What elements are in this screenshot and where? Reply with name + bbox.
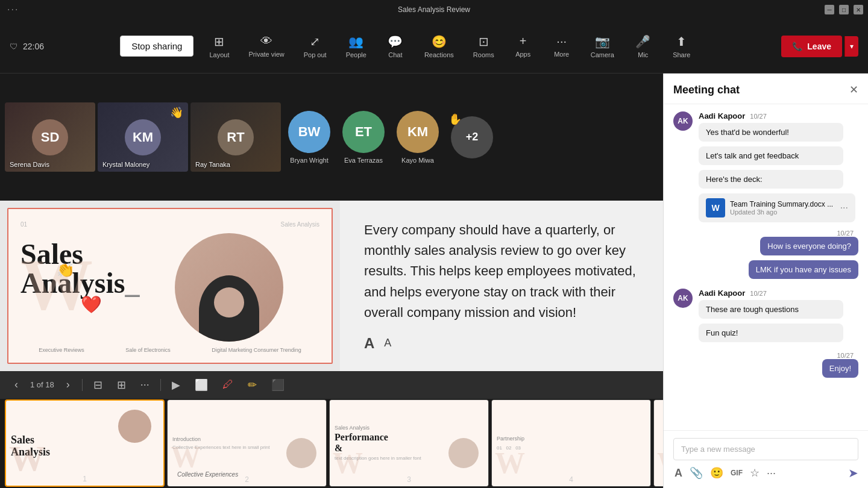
participant-circle-more[interactable]: ✋ +2 [446,111,498,163]
stop-sharing-button[interactable]: Stop sharing [120,36,193,57]
chat-input[interactable]: Type a new message [673,438,858,460]
prev-slide-button[interactable]: ‹ [10,376,23,393]
pen-tool-button[interactable]: 🖊 [219,376,237,393]
toolbar: 🛡 22:06 Stop sharing ⊞ Layout 👁 Private … [0,19,868,74]
slide-nav-bar: ‹ 1 of 18 › ⊟ ⊞ ··· ▶ ⬜ 🖊 ✏ ⬛ [0,371,663,399]
nav-more-button[interactable]: ··· [137,376,153,393]
chat-icon: 💬 [388,34,403,49]
next-slide-button[interactable]: › [61,376,75,393]
more-participants-badge[interactable]: ✋ +2 [451,116,493,158]
title-bar: ··· Sales Analysis Review ─ □ ✕ [0,0,868,19]
file-name: Team Training Summary.docx ... [730,200,835,208]
bold-format-button[interactable]: A [673,466,684,481]
text-larger-button[interactable]: A [364,335,374,352]
more-button[interactable]: ··· More [544,31,580,61]
apps-icon: + [520,34,527,48]
participant-circle-eva: ET Eva Terrazas [338,106,389,169]
mic-button[interactable]: 🎤 Mic [625,31,661,62]
chat-button[interactable]: 💬 Chat [377,31,414,62]
camera-label: Camera [591,51,614,58]
pointer-tool-button[interactable]: ▶ [168,376,184,394]
emoji-button[interactable]: 🙂 [709,465,725,481]
more-label: More [554,51,569,58]
slide-text-panel: Every company should have a quarterly, o… [340,201,663,371]
minimize-button[interactable]: ─ [825,5,834,14]
aadi-bubbles-2: These are tough questions Fun quiz! [699,300,858,345]
highlighter-tool-button[interactable]: ✏ [244,376,260,394]
slide-person [175,233,283,342]
participant-name-krystal: Krystal Maloney [102,161,149,168]
private-view-button[interactable]: 👁 Private view [240,31,292,61]
file-info: Team Training Summary.docx ... Updated 3… [730,200,835,216]
aadi-name-1: Aadi Kapoor [699,111,745,120]
camera-icon: 📷 [595,34,610,49]
apps-button[interactable]: + Apps [505,31,541,61]
left-section: SD Serena Davis KM 👋 Krystal Maloney RT … [0,74,663,488]
thumbnail-5[interactable]: Fabrikam -VanArsdel W 5 [653,399,663,487]
chat-title: Meeting chat [673,84,740,96]
chat-message-aadi-2: AK Aadi Kapoor 10/27 These are tough que… [673,289,858,345]
my-bubble-1: How is everyone doing? [760,237,858,255]
eraser2-tool-button[interactable]: ⬛ [268,376,288,394]
my-bubble-2: LMK if you have any issues [749,260,858,279]
leave-dropdown-button[interactable]: ▾ [844,36,858,57]
name-kayo: Kayo Miwa [401,157,434,164]
meeting-time: 22:06 [23,42,44,51]
participant-name-ray: Ray Tanaka [195,161,230,168]
chat-label: Chat [388,51,402,58]
file-attachment[interactable]: W Team Training Summary.docx ... Updated… [699,193,855,222]
close-button[interactable]: ✕ [854,5,863,14]
sticker-button[interactable]: ☆ [749,465,761,481]
mic-label: Mic [638,51,648,58]
attach-button[interactable]: 📎 [688,465,704,481]
thumbnail-3[interactable]: Sales Analysis Performance& text descrip… [329,399,489,487]
thumb-number-3: 3 [407,475,411,484]
private-view-icon: 👁 [260,34,272,48]
share-icon: ⬆ [676,34,687,49]
file-more-button[interactable]: ··· [840,202,848,213]
leave-button[interactable]: 📞 Leave [781,36,842,57]
thumbnail-1[interactable]: SalesAnalysis W 1 [5,399,165,487]
text-smaller-button[interactable]: A [384,337,391,349]
chat-input-area: Type a new message A 📎 🙂 GIF ☆ ··· ➤ [664,430,868,488]
participant-video-krystal: KM 👋 Krystal Maloney [98,102,188,172]
apps-label: Apps [515,51,530,58]
nav-divider-2 [160,379,161,391]
chat-input-toolbar: A 📎 🙂 GIF ☆ ··· ➤ [673,465,858,481]
share-button[interactable]: ⬆ Share [664,31,700,62]
aadi-msg-header-2: Aadi Kapoor 10/27 [699,289,858,298]
eraser-tool-button[interactable]: ⬜ [191,376,212,394]
pop-out-button[interactable]: ⤢ Pop out [295,31,335,62]
people-label: People [346,51,366,58]
grid-view-button[interactable]: ⊟ [90,376,106,394]
avatar-eva: ET [342,111,385,153]
chat-bubble-5: Fun quiz! [699,324,843,342]
window-menu-dots[interactable]: ··· [7,4,19,15]
layout-button[interactable]: ⊞ Layout [201,31,237,62]
gif-button[interactable]: GIF [729,468,744,478]
camera-button[interactable]: 📷 Camera [582,31,623,62]
thumbnail-4[interactable]: Partnership 01 02 03 W 4 [491,399,651,487]
fullscreen-button[interactable]: ⊞ [113,376,130,394]
rooms-button[interactable]: ⊡ Rooms [465,31,503,62]
window-title: Sales Analysis Review [398,5,470,14]
aadi-bubbles-1: Yes that'd be wonderful! Let's talk and … [699,123,858,222]
chat-close-button[interactable]: ✕ [849,83,858,96]
reactions-button[interactable]: 😊 Reactions [416,31,462,62]
slide-preview: 01Sales Analysis SalesAnalysis_ W 👏 [7,208,333,363]
thumbnail-2[interactable]: Introduction Collective Experiences text… [167,399,327,487]
pop-out-icon: ⤢ [310,34,320,49]
send-button[interactable]: ➤ [848,466,858,480]
right-msg-time-2: 10/27 [673,352,858,359]
people-button[interactable]: 👥 People [338,31,375,62]
thumb-number-4: 4 [569,475,573,484]
aadi-name-2: Aadi Kapoor [699,289,745,298]
mic-icon: 🎤 [635,34,650,49]
nav-divider [82,379,83,391]
more-options-button[interactable]: ··· [766,466,777,481]
heart-emoji: ❤️ [81,295,102,314]
slide-labels: Executive Reviews Sale of Electronics Di… [18,347,322,353]
my-bubbles-1: How is everyone doing? LMK if you have a… [673,237,858,281]
leave-label: Leave [807,42,831,51]
maximize-button[interactable]: □ [839,5,849,14]
